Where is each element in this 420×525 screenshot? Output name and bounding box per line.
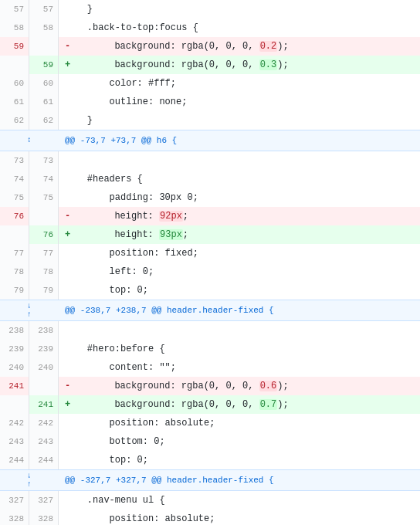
- table-row: 240 240 content: "";: [0, 358, 420, 377]
- line-content: .nav-menu ul {: [59, 491, 420, 510]
- expand-icon[interactable]: ↓ ↑: [27, 303, 32, 319]
- new-line-num: 79: [29, 281, 59, 300]
- hunk-header: ↓ ↑ @@ -327,7 +327,7 @@ header.header-fi…: [0, 469, 420, 491]
- line-content: position: absolute;: [59, 510, 420, 525]
- line-content: color: #fff;: [59, 74, 420, 93]
- line-content: - height: 92px;: [59, 207, 420, 225]
- new-line-num: 327: [29, 491, 59, 510]
- diff-plus: +: [65, 227, 76, 242]
- collapse-icon-cell: ↓ ↑: [0, 472, 59, 489]
- expand-icon[interactable]: ↓ ↑: [27, 472, 32, 489]
- diff-minus: -: [65, 378, 76, 394]
- table-row: 62 62 }: [0, 111, 420, 130]
- table-row: 238 238: [0, 321, 420, 340]
- new-line-num: 244: [29, 451, 59, 469]
- table-row: 239 239 #hero:before {: [0, 340, 420, 358]
- table-row: 327 327 .nav-menu ul {: [0, 491, 420, 510]
- line-content: #headers {: [59, 170, 420, 188]
- old-line-num: 74: [0, 170, 29, 188]
- table-row: 241 - background: rgba(0, 0, 0, 0.6);: [0, 377, 420, 395]
- line-content: [59, 321, 420, 340]
- old-line-num: 57: [0, 0, 29, 19]
- old-line-num: 243: [0, 432, 29, 451]
- old-line-num: 241: [0, 377, 29, 395]
- line-content: - background: rgba(0, 0, 0, 0.6);: [59, 377, 420, 395]
- new-line-num: 75: [29, 188, 59, 207]
- expand-icon[interactable]: ↕: [27, 137, 32, 144]
- table-row: 61 61 outline: none;: [0, 93, 420, 111]
- highlight-new: 93px: [159, 229, 183, 240]
- old-line-num: 73: [0, 151, 29, 170]
- new-line-num: 238: [29, 321, 59, 340]
- table-row: 74 74 #headers {: [0, 170, 420, 188]
- new-line-num: 77: [29, 244, 59, 262]
- line-content: #hero:before {: [59, 340, 420, 358]
- line-content: bottom: 0;: [59, 432, 420, 451]
- old-line-num: 328: [0, 510, 29, 525]
- table-row: 57 57 }: [0, 0, 420, 19]
- table-row: 76 + height: 93px;: [0, 225, 420, 244]
- old-line-num: 76: [0, 207, 29, 225]
- new-line-num: 241: [29, 395, 59, 414]
- old-line-num: 327: [0, 491, 29, 510]
- line-content: }: [59, 111, 420, 130]
- old-line-num: 59: [0, 37, 29, 56]
- table-row: 59 + background: rgba(0, 0, 0, 0.3);: [0, 56, 420, 74]
- diff-plus: +: [65, 397, 76, 412]
- new-line-num: [29, 37, 59, 56]
- table-row: 79 79 top: 0;: [0, 281, 420, 300]
- line-content: left: 0;: [59, 262, 420, 281]
- old-line-num: 62: [0, 111, 29, 130]
- new-line-num: 60: [29, 74, 59, 93]
- line-content: - background: rgba(0, 0, 0, 0.2);: [59, 37, 420, 56]
- table-row: 244 244 top: 0;: [0, 451, 420, 469]
- old-line-num: 78: [0, 262, 29, 281]
- collapse-icon-cell: ↓ ↑: [0, 303, 59, 319]
- table-row: 59 - background: rgba(0, 0, 0, 0.2);: [0, 37, 420, 56]
- table-row: 243 243 bottom: 0;: [0, 432, 420, 451]
- table-row: 328 328 position: absolute;: [0, 510, 420, 525]
- old-line-num: [0, 225, 29, 244]
- line-content: + background: rgba(0, 0, 0, 0.3);: [59, 56, 420, 74]
- new-line-num: 61: [29, 93, 59, 111]
- hunk-text: @@ -238,7 +238,7 @@ header.header-fixed …: [59, 303, 420, 318]
- line-content: [59, 151, 420, 170]
- diff-minus: -: [65, 208, 76, 224]
- new-line-num: 62: [29, 111, 59, 130]
- old-line-num: 60: [0, 74, 29, 93]
- old-line-num: [0, 395, 29, 414]
- new-line-num: 78: [29, 262, 59, 281]
- table-row: 75 75 padding: 30px 0;: [0, 188, 420, 207]
- new-line-num: 74: [29, 170, 59, 188]
- collapse-icon-cell: ↕: [0, 137, 59, 144]
- line-content: top: 0;: [59, 281, 420, 300]
- new-line-num: 243: [29, 432, 59, 451]
- table-row: 60 60 color: #fff;: [0, 74, 420, 93]
- new-line-num: 58: [29, 19, 59, 37]
- hunk-text: @@ -327,7 +327,7 @@ header.header-fixed …: [59, 472, 420, 488]
- line-content: padding: 30px 0;: [59, 188, 420, 207]
- diff-view: 57 57 } 58 58 .back-to-top:focus { 59 - …: [0, 0, 420, 525]
- table-row: 241 + background: rgba(0, 0, 0, 0.7);: [0, 395, 420, 414]
- old-line-num: 238: [0, 321, 29, 340]
- new-line-num: 76: [29, 225, 59, 244]
- old-line-num: 61: [0, 93, 29, 111]
- hunk-text: @@ -73,7 +73,7 @@ h6 {: [59, 133, 420, 148]
- table-row: 58 58 .back-to-top:focus {: [0, 19, 420, 37]
- old-line-num: 239: [0, 340, 29, 358]
- line-content: content: "";: [59, 358, 420, 377]
- new-line-num: 328: [29, 510, 59, 525]
- diff-minus: -: [65, 39, 76, 54]
- old-line-num: [0, 56, 29, 74]
- diff-plus: +: [65, 57, 76, 73]
- old-line-num: 58: [0, 19, 29, 37]
- highlight-old: 0.2: [259, 41, 278, 52]
- new-line-num: 239: [29, 340, 59, 358]
- new-line-num: 59: [29, 56, 59, 74]
- line-content: position: fixed;: [59, 244, 420, 262]
- old-line-num: 242: [0, 414, 29, 432]
- new-line-num: 240: [29, 358, 59, 377]
- table-row: 76 - height: 92px;: [0, 207, 420, 225]
- new-line-num: [29, 377, 59, 395]
- old-line-num: 75: [0, 188, 29, 207]
